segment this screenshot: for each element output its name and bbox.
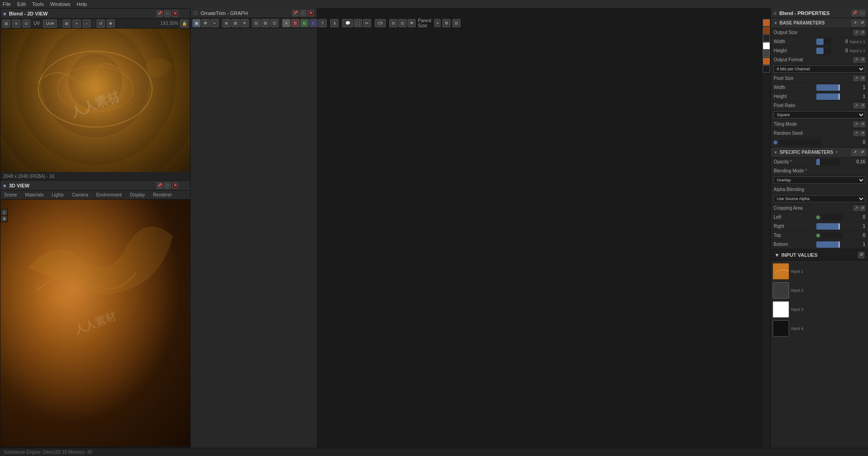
graph-tool-grid[interactable]: ⊞ [261,19,270,27]
graph-filter-bitmap[interactable]: B [291,19,299,27]
maximize-2d-button[interactable]: □ [164,10,171,17]
prop-pin-button[interactable]: 📌 [852,10,858,16]
2d-fit-button[interactable]: ⊞ [63,20,71,28]
graph-filter-text[interactable]: T [319,19,327,27]
thumb-1[interactable] [763,19,770,26]
tab-materials[interactable]: Materials [23,192,45,197]
maximize-3d-button[interactable]: □ [164,182,171,189]
graph-tool-move[interactable]: ✥ [201,19,210,27]
tiling-mode-link[interactable]: ↗ [853,122,859,127]
graph-filter-gen[interactable]: G [300,19,309,27]
graph-tool-zoom[interactable]: ⊕ [222,19,230,27]
tab-scene[interactable]: Scene [2,192,19,197]
close-3d-button[interactable]: ✕ [172,182,178,189]
2d-uv-dropdown[interactable]: UV▾ [43,20,57,28]
output-format-dropdown[interactable]: 8 bits per Channel 16 bits per Channel 1… [774,65,865,73]
input-thumb-2[interactable] [773,282,789,299]
graph-filter-comp[interactable]: C [309,19,318,27]
graph-tool-fit[interactable]: ⊞ [231,19,240,27]
graph-frame[interactable]: ⬚ [354,19,362,27]
tab-lights[interactable]: Lights [50,192,66,197]
output-format-reset[interactable]: ↺ [860,57,865,63]
menu-file[interactable]: File [3,1,11,7]
crop-bottom-slider[interactable] [816,241,840,248]
crop-right-slider[interactable] [816,223,840,230]
specific-params-reset[interactable]: ↺ [859,149,865,156]
2d-grid-button[interactable]: ⊞ [2,20,10,28]
close-2d-button[interactable]: ✕ [172,10,178,17]
graph-mute[interactable]: ⊘ [389,19,397,27]
pixel-height-slider[interactable] [816,93,840,100]
cropping-reset[interactable]: ↺ [860,206,865,211]
thumb-4[interactable] [763,42,770,49]
random-seed-slider[interactable] [779,139,821,146]
pixel-width-slider[interactable] [816,84,840,91]
maximize-graph-button[interactable]: □ [300,10,306,16]
pin-graph-button[interactable]: 📌 [292,10,299,16]
graph-options[interactable]: ⚙ [442,19,451,27]
crop-left-slider[interactable] [822,214,843,221]
random-seed-reset[interactable]: ↺ [860,131,865,136]
graph-view-toggle[interactable]: ⊟ [452,19,461,27]
base-params-link[interactable]: ↗ [852,20,858,26]
graph-solo[interactable]: ◎ [398,19,407,27]
graph-tool-layout[interactable]: ⊟ [252,19,260,27]
thumb-6[interactable] [763,58,770,65]
graph-tool-delete[interactable]: ✕ [240,19,249,27]
pin-3d-button[interactable]: 📌 [157,182,163,189]
2d-zoom-in-button[interactable]: + [73,20,81,28]
tab-renderer[interactable]: Renderer [151,192,174,197]
graph-tool-select[interactable]: ▣ [192,19,201,27]
output-format-link[interactable]: ↗ [853,57,859,63]
graph-annotate[interactable]: ✏ [363,19,371,27]
input-values-header[interactable]: ▼ INPUT VALUES ↺ [771,250,868,260]
blending-mode-dropdown[interactable]: Overlay Normal Multiply Screen Add [774,177,865,184]
graph-filter-all[interactable]: A [282,19,290,27]
thumb-5[interactable] [763,50,770,57]
output-size-link[interactable]: ↗ [853,30,859,35]
tab-camera[interactable]: Camera [70,192,90,197]
opacity-slider[interactable] [816,159,840,165]
pixel-size-link[interactable]: ↗ [853,76,859,81]
graph-tool-snap[interactable]: ⊡ [270,19,279,27]
thumb-2[interactable] [763,27,770,34]
output-height-slider[interactable] [816,48,831,54]
input-values-reset[interactable]: ↺ [858,252,864,258]
tab-environment[interactable]: Environment [94,192,123,197]
2d-rotate-button[interactable]: ↺ [97,20,105,28]
input-thumb-3[interactable] [773,301,789,318]
alpha-blending-dropdown[interactable]: Use Source Alpha Straight Premultiplied [774,195,865,202]
graph-info[interactable]: ℹ [330,19,338,27]
base-parameters-header[interactable]: ▼ BASE PARAMETERS ↗ ↺ [771,18,868,28]
close-graph-button[interactable]: ✕ [308,10,314,16]
menu-windows[interactable]: Windows [50,1,70,7]
specific-params-link[interactable]: ↗ [852,149,858,156]
pixel-ratio-dropdown[interactable]: Square Custom [774,111,865,118]
graph-comment[interactable]: 💬 [342,19,353,27]
prop-maximize-button[interactable]: □ [859,10,865,16]
pin-2d-button[interactable]: 📌 [157,10,163,17]
parent-size-expand[interactable]: » [434,19,441,27]
crop-top-slider[interactable] [822,232,843,239]
input-thumb-1[interactable] [773,263,789,279]
graph-tool-connect[interactable]: ⤷ [211,19,219,27]
graph-channels-btn[interactable]: Ch [375,19,386,27]
menu-edit[interactable]: Edit [17,1,26,7]
2d-layers-button[interactable]: ≡ [12,20,20,28]
pixel-ratio-link[interactable]: ↗ [853,103,859,108]
menu-help[interactable]: Help [77,1,87,7]
2d-zoom-out-button[interactable]: − [83,20,91,28]
output-size-reset[interactable]: ↺ [860,30,865,35]
random-seed-dot[interactable] [774,141,777,144]
tiling-mode-reset[interactable]: ↺ [860,122,865,127]
base-params-reset[interactable]: ↺ [859,20,865,26]
tab-display[interactable]: Display [128,192,147,197]
graph-preview[interactable]: 👁 [407,19,416,27]
specific-parameters-header[interactable]: ▼ SPECIFIC PARAMETERS * ↗ ↺ [771,147,868,157]
thumb-7[interactable] [763,65,770,73]
3d-tool-2[interactable]: ✥ [1,216,7,221]
3d-tool-1[interactable]: ⊙ [1,210,7,215]
input-thumb-4[interactable] [773,320,789,337]
thumb-3[interactable] [763,34,770,42]
cropping-link[interactable]: ↗ [853,206,859,211]
